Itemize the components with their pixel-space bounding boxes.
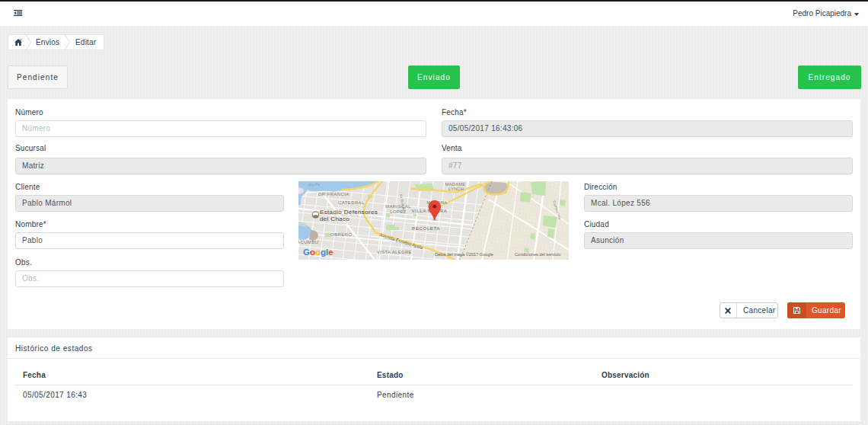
svg-text:Condiciones del servicio: Condiciones del servicio <box>515 252 560 257</box>
svg-text:CATEDRAL: CATEDRAL <box>338 200 365 205</box>
svg-text:MARISCAL: MARISCAL <box>385 204 411 209</box>
svg-text:Estadio Defensores: Estadio Defensores <box>320 209 378 216</box>
svg-text:MADAME: MADAME <box>445 182 465 187</box>
svg-text:del Chaco: del Chaco <box>320 216 349 222</box>
svg-text:RECOLETA: RECOLETA <box>412 225 440 231</box>
svg-text:Google: Google <box>303 248 333 257</box>
svg-text:Datos del mapa ©2017 Google: Datos del mapa ©2017 Google <box>435 252 493 257</box>
svg-text:ACUMBU: ACUMBU <box>298 240 318 244</box>
svg-text:LYNCH: LYNCH <box>448 187 464 191</box>
svg-text:VISTA ALEGRE: VISTA ALEGRE <box>377 250 412 254</box>
svg-text:OBRERO: OBRERO <box>330 232 352 237</box>
svg-text:DR FRANCIA: DR FRANCIA <box>318 192 349 197</box>
